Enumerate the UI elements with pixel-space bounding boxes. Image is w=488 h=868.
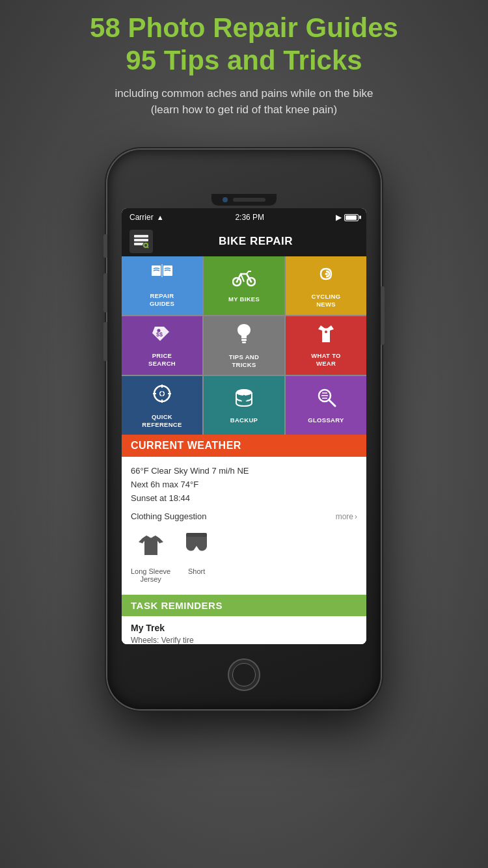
location-icon: ▶ bbox=[336, 213, 342, 222]
svg-line-5 bbox=[148, 247, 149, 249]
app-header: BIKE REPAIR bbox=[122, 226, 366, 256]
clothing-items: Long SleeveJersey Short bbox=[131, 526, 357, 587]
header-subtitle: including common aches and pains while o… bbox=[0, 85, 488, 118]
what-to-wear-label: WHAT TOWEAR bbox=[311, 352, 341, 367]
short-item: Short bbox=[183, 530, 210, 583]
phone-screen: Carrier ▲ 2:36 PM ▶ bbox=[122, 208, 366, 644]
status-bar: Carrier ▲ 2:36 PM ▶ bbox=[122, 208, 366, 226]
svg-point-17 bbox=[325, 331, 327, 333]
glossary-button[interactable]: GLOSSARY bbox=[286, 376, 366, 435]
header-line2: 95 Tips and Tricks bbox=[126, 45, 362, 75]
svg-rect-1 bbox=[134, 239, 148, 241]
tips-tricks-button[interactable]: TIPS ANDTRICKS bbox=[204, 316, 284, 375]
mute-button[interactable] bbox=[103, 234, 107, 258]
header-line1: 58 Photo Repair Guides bbox=[90, 12, 398, 43]
front-camera bbox=[223, 197, 228, 202]
short-label: Short bbox=[188, 567, 205, 575]
what-to-wear-button[interactable]: WHAT TOWEAR bbox=[286, 316, 366, 375]
speaker bbox=[233, 198, 265, 202]
quick-ref-label: QUICKREFERENCE bbox=[142, 413, 182, 428]
more-label-text: more bbox=[336, 512, 353, 521]
svg-rect-0 bbox=[134, 235, 148, 237]
clothing-suggestion-label: Clothing Suggestion bbox=[131, 511, 206, 521]
price-search-button[interactable]: $$ PRICESEARCH bbox=[122, 316, 202, 375]
weather-temperature: 66°F Clear Sky Wind 7 mi/h NE bbox=[131, 465, 357, 478]
header-section: 58 Photo Repair Guides 95 Tips and Trick… bbox=[0, 12, 488, 118]
power-button[interactable] bbox=[381, 286, 385, 345]
long-sleeve-label: Long SleeveJersey bbox=[131, 567, 170, 583]
cycling-news-label: CYCLINGNEWS bbox=[312, 293, 341, 308]
app-logo-icon[interactable] bbox=[129, 230, 153, 253]
battery-icon bbox=[344, 214, 359, 221]
main-grid: REPAIRGUIDES MY BIKES bbox=[122, 256, 366, 435]
backup-button[interactable]: BACKUP bbox=[204, 376, 284, 435]
tips-tricks-icon bbox=[235, 323, 253, 349]
task-reminders-header: TASK REMINDERS bbox=[122, 595, 366, 616]
weather-header: CURRENT WEATHER bbox=[122, 435, 366, 457]
task-body: My Trek Wheels: Verify tire bbox=[122, 616, 366, 644]
chevron-right-icon: › bbox=[355, 512, 357, 521]
top-bezel bbox=[211, 194, 277, 206]
status-left: Carrier ▲ bbox=[129, 213, 164, 222]
weather-info: 66°F Clear Sky Wind 7 mi/h NE Next 6h ma… bbox=[131, 465, 357, 505]
phone-shell: Carrier ▲ 2:36 PM ▶ bbox=[107, 150, 381, 709]
my-bikes-icon bbox=[232, 269, 256, 292]
carrier-label: Carrier bbox=[129, 213, 154, 222]
volume-up-button[interactable] bbox=[103, 273, 107, 312]
glossary-icon bbox=[316, 387, 336, 413]
weather-title: CURRENT WEATHER bbox=[131, 440, 241, 451]
home-button-inner bbox=[232, 663, 256, 686]
tips-tricks-label: TIPS ANDTRICKS bbox=[229, 353, 259, 368]
price-search-label: PRICESEARCH bbox=[148, 352, 176, 367]
cycling-news-button[interactable]: CYCLINGNEWS bbox=[286, 256, 366, 315]
svg-point-24 bbox=[236, 389, 252, 396]
time-display: 2:36 PM bbox=[235, 213, 264, 222]
more-link[interactable]: more › bbox=[336, 512, 357, 521]
weather-body: 66°F Clear Sky Wind 7 mi/h NE Next 6h ma… bbox=[122, 457, 366, 595]
quick-ref-icon bbox=[151, 383, 173, 409]
my-bikes-label: MY BIKES bbox=[228, 295, 260, 303]
clothing-row: Clothing Suggestion more › bbox=[131, 511, 357, 521]
battery-fill bbox=[346, 215, 357, 220]
glossary-label: GLOSSARY bbox=[308, 416, 344, 424]
backup-label: BACKUP bbox=[230, 416, 258, 424]
task-detail: Wheels: Verify tire bbox=[131, 636, 357, 644]
app-title: BIKE REPAIR bbox=[153, 235, 359, 248]
quick-ref-button[interactable]: QUICKREFERENCE bbox=[122, 376, 202, 435]
price-search-icon: $$ bbox=[151, 324, 173, 348]
repair-guides-button[interactable]: REPAIRGUIDES bbox=[122, 256, 202, 315]
subtitle-line2: (learn how to get rid of that knee pain) bbox=[151, 103, 337, 116]
weather-next: Next 6h max 74°F bbox=[131, 478, 357, 492]
long-sleeve-icon bbox=[136, 530, 166, 565]
wifi-icon: ▲ bbox=[157, 213, 164, 221]
volume-down-button[interactable] bbox=[103, 322, 107, 361]
header-title: 58 Photo Repair Guides 95 Tips and Trick… bbox=[0, 12, 488, 77]
home-button[interactable] bbox=[228, 658, 260, 691]
status-right: ▶ bbox=[336, 213, 359, 222]
backup-icon bbox=[234, 387, 254, 413]
task-bike-name: My Trek bbox=[131, 623, 357, 633]
weather-sunset: Sunset at 18:44 bbox=[131, 492, 357, 506]
short-icon bbox=[183, 530, 210, 565]
subtitle-line1: including common aches and pains while o… bbox=[115, 87, 373, 100]
my-bikes-button[interactable]: MY BIKES bbox=[204, 256, 284, 315]
svg-line-27 bbox=[329, 400, 335, 406]
repair-guides-label: REPAIRGUIDES bbox=[150, 292, 174, 307]
svg-rect-15 bbox=[241, 339, 247, 341]
cycling-news-icon bbox=[316, 264, 336, 289]
task-reminders-title: TASK REMINDERS bbox=[131, 600, 223, 611]
long-sleeve-item: Long SleeveJersey bbox=[131, 530, 170, 583]
svg-rect-16 bbox=[242, 342, 246, 344]
svg-text:$$: $$ bbox=[156, 331, 163, 338]
what-to-wear-icon bbox=[316, 324, 336, 348]
repair-guides-icon bbox=[150, 264, 174, 288]
svg-rect-31 bbox=[186, 533, 207, 537]
